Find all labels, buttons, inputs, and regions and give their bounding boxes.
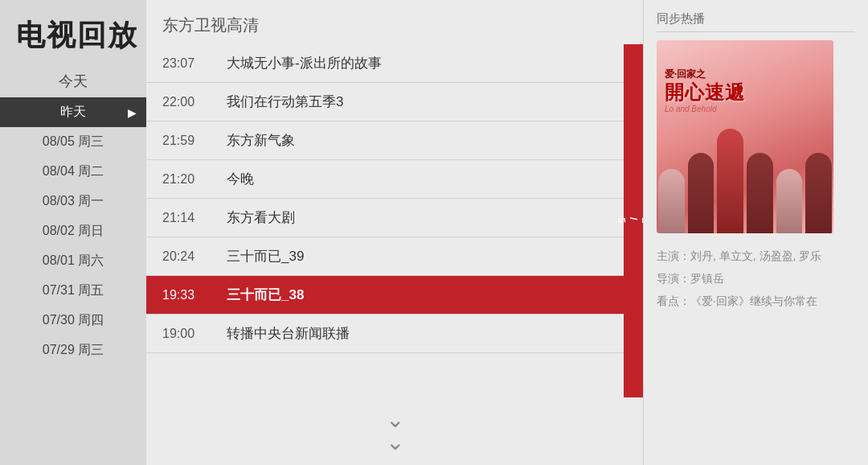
highlight-label: 看点： [657,294,690,307]
director-value: 罗镇岳 [690,272,724,285]
program-item[interactable]: 22:00我们在行动第五季3 [146,83,643,121]
sidebar-top: 电视回放 今天 [0,16,146,97]
hot-label: 同步热播 [657,11,855,32]
program-item[interactable]: 23:07大城无小事-派出所的故事 [146,44,643,83]
date-list: 昨天08/05 周三08/04 周二08/03 周一08/02 周日08/01 … [0,97,146,365]
poster-title-main: 爱·回家之 開心速遞 Lo and Behold [665,68,745,113]
date-item-yesterday[interactable]: 昨天 [0,97,146,127]
program-time: 21:59 [162,134,211,148]
person-1 [658,169,685,233]
program-list: 23:07大城无小事-派出所的故事22:00我们在行动第五季321:59东方新气… [146,44,643,397]
date-item-0729[interactable]: 07/29 周三 [0,335,146,365]
date-item-0805[interactable]: 08/05 周三 [0,127,146,157]
poster-en-title: Lo and Behold [665,105,745,113]
program-item[interactable]: 19:00转播中央台新闻联播 [146,315,643,353]
program-name: 三十而已_38 [227,286,304,304]
page-title: 电视回放 [0,16,138,56]
person-4 [747,153,773,233]
director-row: 导演：罗镇岳 [657,267,855,290]
poster-people [657,105,833,233]
program-name: 三十而已_39 [227,247,304,265]
today-label: 今天 [59,72,88,91]
program-time: 21:14 [162,211,211,225]
main-container: 电视回放 今天 昨天08/05 周三08/04 周二08/03 周一08/02 … [0,0,868,465]
program-time: 19:33 [162,288,211,302]
person-3 [717,129,743,233]
program-item[interactable]: 21:20今晚 [146,160,643,199]
program-name: 转播中央台新闻联播 [227,324,350,343]
scroll-position: 1/5 [616,217,644,224]
program-name: 今晚 [227,170,254,188]
date-item-0731[interactable]: 07/31 周五 [0,276,146,306]
person-6 [805,153,832,233]
date-item-0803[interactable]: 08/03 周一 [0,187,146,216]
date-item-0801[interactable]: 08/01 周六 [0,246,146,276]
show-poster[interactable]: 爱·回家之 開心速遞 Lo and Behold [657,40,833,233]
program-name: 东方新气象 [227,131,295,150]
sidebar: 电视回放 今天 昨天08/05 周三08/04 周二08/03 周一08/02 … [0,0,146,465]
scroll-arrows-container[interactable]: ⌄⌄ [146,397,643,465]
content-area: 东方卫视高清 23:07大城无小事-派出所的故事22:00我们在行动第五季321… [146,0,643,465]
program-time: 22:00 [162,95,211,109]
director-label: 导演： [657,272,690,285]
program-name: 东方看大剧 [227,208,295,227]
scroll-indicator: 1/5 [624,44,643,397]
cast-label: 主演： [657,249,690,262]
program-name: 我们在行动第五季3 [227,93,343,111]
scroll-down-icon[interactable]: ⌄⌄ [146,409,643,454]
person-2 [688,153,714,233]
date-item-0730[interactable]: 07/30 周四 [0,306,146,335]
cast-row: 主演：刘丹, 单立文, 汤盈盈, 罗乐 [657,245,855,267]
program-item[interactable]: 21:14东方看大剧 [146,199,643,237]
program-time: 23:07 [162,56,211,71]
person-5 [776,169,803,233]
channel-title: 东方卫视高清 [146,0,643,44]
program-time: 19:00 [162,327,211,341]
highlight-value: 《爱·回家》继续与你常在 [690,294,817,307]
date-item-0804[interactable]: 08/04 周二 [0,157,146,187]
date-item-0802[interactable]: 08/02 周日 [0,216,146,246]
right-panel: 同步热播 爱·回家之 開心速遞 Lo and Behold 主演：刘丹, 单 [643,0,868,465]
program-name: 大城无小事-派出所的故事 [227,54,382,72]
program-time: 21:20 [162,172,211,187]
program-item[interactable]: 19:33三十而已_38 [146,276,643,315]
show-info: 主演：刘丹, 单立文, 汤盈盈, 罗乐 导演：罗镇岳 看点：《爱·回家》继续与你… [657,245,855,312]
program-item[interactable]: 20:24三十而已_39 [146,237,643,276]
program-item[interactable]: 21:59东方新气象 [146,121,643,160]
highlight-row: 看点：《爱·回家》继续与你常在 [657,290,855,312]
cast-value: 刘丹, 单立文, 汤盈盈, 罗乐 [690,249,821,262]
poster-subtitle: 爱·回家之 [665,68,745,81]
program-items: 23:07大城无小事-派出所的故事22:00我们在行动第五季321:59东方新气… [146,44,643,353]
program-time: 20:24 [162,249,211,264]
poster-cn-title: 開心速遞 [665,81,745,105]
